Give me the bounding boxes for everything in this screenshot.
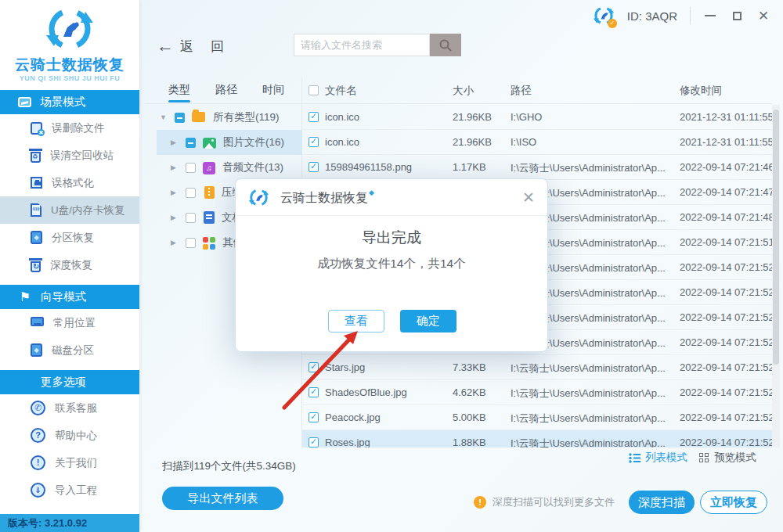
sidebar-item-common-location[interactable]: 常用位置 <box>0 309 139 336</box>
tab-path[interactable]: 路径 <box>213 83 240 97</box>
table-row[interactable]: Roses.jpg1.88KBI:\云骑士\Users\Administrato… <box>302 430 774 448</box>
dialog-message: 成功恢复文件14个，共14个 <box>236 256 547 272</box>
row-checkbox[interactable] <box>309 437 319 448</box>
file-name: ShadesOfBlue.jpg <box>325 386 407 398</box>
back-arrow-icon: ← <box>157 36 174 56</box>
file-name: 159894961158.png <box>325 161 412 173</box>
chevron-right-icon[interactable]: ▶ <box>171 138 179 146</box>
close-button[interactable]: ✕ <box>756 9 770 23</box>
tree-node-image-files[interactable]: ▶图片文件(16) <box>157 130 302 155</box>
tree-checkbox[interactable] <box>186 213 196 223</box>
deep-scan-hint: ! 深度扫描可以找到更多文件 <box>474 495 615 509</box>
row-checkbox[interactable] <box>309 387 319 397</box>
chevron-right-icon[interactable]: ▶ <box>171 214 179 221</box>
maximize-button[interactable] <box>730 9 744 23</box>
row-checkbox[interactable] <box>309 137 319 147</box>
column-header: 文件名 <box>325 84 357 98</box>
row-checkbox[interactable] <box>309 412 319 422</box>
tree-checkbox[interactable] <box>186 163 196 173</box>
back-label: 返回 <box>180 38 241 56</box>
brand-subtitle: YUN QI SHI SHU JU HUI FU <box>0 74 139 82</box>
brand-name: 云骑士数据恢复 <box>0 55 139 75</box>
titlebar: ID: 3AQR ✕ <box>139 0 783 31</box>
deep-recover-icon <box>31 261 41 272</box>
version-bar: 版本号: 3.21.0.92 <box>0 514 139 532</box>
scan-summary: 扫描到119个文件(共5.34GB) <box>162 459 296 473</box>
tree-checkbox[interactable] <box>186 138 196 148</box>
sidebar-item-label: 帮助中心 <box>55 429 97 443</box>
phone-circle-icon <box>31 401 45 415</box>
sidebar-item-disk-partition[interactable]: 磁盘分区 <box>0 336 139 364</box>
sidebar-item-contact-support[interactable]: 联系客服 <box>0 394 139 422</box>
sidebar-item-label: U盘/内存卡恢复 <box>51 203 125 217</box>
audio-icon <box>203 162 215 174</box>
list-mode-label: 列表模式 <box>645 451 687 465</box>
table-row[interactable]: icon.ico21.96KBI:\ISO2021-12-31 01:11:55 <box>302 130 774 155</box>
monitor-icon <box>31 317 44 326</box>
sidebar-item-recycle-bin[interactable]: 误清空回收站 <box>0 142 139 169</box>
tab-type[interactable]: 类型 <box>166 83 193 97</box>
other-icon <box>203 237 215 250</box>
table-row[interactable]: icon.ico21.96KBI:\GHO2021-12-31 01:11:55 <box>302 105 774 130</box>
file-time: 2022-09-14 07:21:52 <box>680 261 774 273</box>
tree-node-all-types[interactable]: ▼所有类型(119) <box>157 105 302 130</box>
ok-button[interactable]: 确定 <box>400 310 456 332</box>
minimize-button[interactable] <box>703 9 717 23</box>
table-row[interactable]: 159894961158.png1.17KBI:\云骑士\Users\Admin… <box>302 155 774 180</box>
file-name: Roses.jpg <box>325 437 370 448</box>
sidebar-item-usb-sd[interactable]: U盘/内存卡恢复 <box>0 196 139 224</box>
chevron-right-icon[interactable]: ▶ <box>171 189 179 196</box>
tree-node-audio-files[interactable]: ▶音频文件(13) <box>157 155 302 180</box>
preview-mode-toggle[interactable]: 预览模式 <box>699 451 756 465</box>
scrollbar-track[interactable] <box>772 105 780 448</box>
file-time: 2021-12-31 01:11:55 <box>680 136 774 148</box>
table-row[interactable]: Stars.jpg7.33KBI:\云骑士\Users\Administrato… <box>302 355 774 380</box>
export-file-list-button[interactable]: 导出文件列表 <box>162 487 283 510</box>
sidebar-item-import-project[interactable]: 导入工程 <box>0 476 139 504</box>
row-checkbox[interactable] <box>309 362 319 372</box>
row-checkbox[interactable] <box>309 112 319 122</box>
sidebar-item-about-us[interactable]: 关于我们 <box>0 449 139 476</box>
sidebar-item-partition-recover[interactable]: 分区恢复 <box>0 224 139 251</box>
scrollbar-thumb[interactable] <box>773 110 779 365</box>
dialog-close-icon[interactable]: ✕ <box>522 189 535 207</box>
tree-checkbox[interactable] <box>186 188 196 198</box>
menu-icon <box>18 376 32 390</box>
tree-tab-bar: 类型路径时间 <box>145 78 301 104</box>
recover-now-button[interactable]: 立即恢复 <box>700 491 767 514</box>
deep-scan-button[interactable]: 深度扫描 <box>629 491 695 514</box>
tree-checkbox[interactable] <box>186 238 196 248</box>
search-input[interactable] <box>294 34 430 56</box>
tab-time[interactable]: 时间 <box>260 83 287 97</box>
file-name: Peacock.jpg <box>325 412 381 423</box>
file-time: 2022-09-14 07:21:52 <box>680 311 774 323</box>
file-path: I:\云骑士\Users\Administrator\Ap... <box>511 437 677 448</box>
header-divider <box>145 103 772 104</box>
back-button[interactable]: ← 返回 <box>157 36 241 56</box>
deep-scan-hint-text: 深度扫描可以找到更多文件 <box>493 495 615 509</box>
list-mode-toggle[interactable]: 列表模式 <box>629 451 687 465</box>
preview-mode-label: 预览模式 <box>714 451 756 465</box>
tree-checkbox[interactable] <box>175 113 185 123</box>
sidebar-item-label: 磁盘分区 <box>52 343 94 358</box>
sidebar-item-mis-delete[interactable]: 误删除文件 <box>0 114 139 142</box>
chevron-right-icon[interactable]: ▶ <box>171 164 179 171</box>
table-row[interactable]: ShadesOfBlue.jpg4.62KBI:\云骑士\Users\Admin… <box>302 380 774 405</box>
chevron-down-icon[interactable]: ▼ <box>160 113 168 121</box>
sidebar-item-label: 分区恢复 <box>52 231 94 245</box>
doc-icon <box>204 211 215 224</box>
sidebar-item-deep-recover[interactable]: 深度恢复 <box>0 251 139 279</box>
app-window: 云骑士数据恢复 YUN QI SHI SHU JU HUI FU 场景模式误删除… <box>0 0 783 532</box>
preview-mode-icon <box>699 453 709 463</box>
list-mode-icon <box>629 453 640 463</box>
view-button[interactable]: 查看 <box>328 310 384 332</box>
sidebar-item-formatted[interactable]: 误格式化 <box>0 169 139 196</box>
file-path: I:\云骑士\Users\Administrator\Ap... <box>511 386 677 401</box>
search-button[interactable] <box>430 34 461 56</box>
row-checkbox[interactable] <box>309 162 319 172</box>
table-row[interactable]: Peacock.jpg5.00KBI:\云骑士\Users\Administra… <box>302 405 774 430</box>
folder-icon <box>192 112 206 126</box>
sidebar-item-help-center[interactable]: 帮助中心 <box>0 422 139 449</box>
chevron-right-icon[interactable]: ▶ <box>171 239 179 246</box>
select-all-checkbox[interactable] <box>309 85 319 95</box>
